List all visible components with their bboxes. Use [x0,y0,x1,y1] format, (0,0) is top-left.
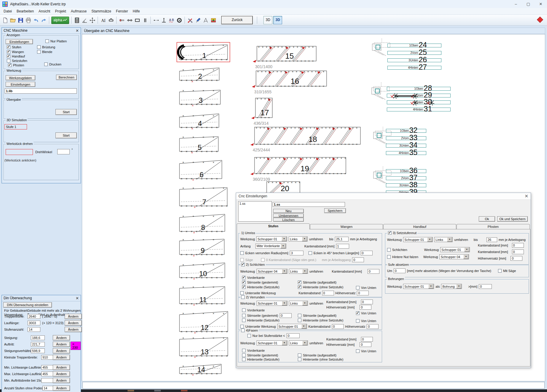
umriss-bis-input[interactable]: 25,1 [335,237,349,241]
schlichten-checkbox[interactable] [241,263,245,266]
din-row-value[interactable]: 910 [41,355,54,360]
uebergabe-start-button[interactable]: Start [55,109,77,115]
aendern-button[interactable]: Ändern [53,385,70,391]
lib-field[interactable]: 1.lib [5,88,77,94]
cnc-bar-34[interactable]: 3Unten34 [386,144,426,148]
clamp-tool-icon[interactable] [107,16,115,24]
ecken-45-input[interactable]: 0 [361,251,373,255]
din-row-value[interactable]: 598,9 [31,348,45,353]
rect-tool-icon[interactable] [133,16,141,24]
cnc-bar-33[interactable]: 2Vorn33 [386,136,426,140]
v-hoehen-input[interactable]: 0 [360,305,371,310]
view-3d-button[interactable]: 3D [263,16,272,24]
simulation-selection-field[interactable]: Stufe 1 [4,124,27,129]
s-hinter-setzstufe-checkbox[interactable]: Hinterseite (Setzstufe) [242,285,279,289]
f-kanten-input[interactable]: 0 [361,337,373,342]
nut-kanten2-input[interactable]: 0 [512,249,524,254]
stair-part-13[interactable]: ××××××××××××××××13 [173,333,235,364]
verrunden-tool-select[interactable]: Schrupper 01▼ [257,301,287,306]
ecken-verrunden-checkbox[interactable] [240,251,244,255]
berechnen-button[interactable]: Berechnen [56,75,77,80]
cnc-panel-close-icon[interactable]: ✕ [76,28,79,33]
ok-und-speichern-button[interactable]: Ok und Speichern [497,216,528,222]
dialog-titlebar[interactable]: Cnc Einstellungen ✕ [236,193,531,200]
ecken-45-checkbox[interactable] [309,251,312,255]
dowel-tool-icon[interactable] [118,16,126,24]
stair-part-16[interactable]: ××××××××××××××××××××××××××××××××××××1631… [248,68,338,99]
s-kanten2-input[interactable]: 0 [322,291,334,295]
din-row-value[interactable]: 455 [41,372,54,376]
new-doc-icon[interactable] [1,16,9,24]
din-row-value[interactable]: 14 [42,386,54,391]
v-stirn-aufgesattelt-checkbox[interactable]: Stirnseite (aufgesattelt) [298,314,336,317]
f-hinter-ohne-checkbox[interactable]: Hinterseite (ohne Setzstufe) [298,358,343,361]
maximize-icon[interactable]: ▢ [522,0,535,8]
v-von-unten2-checkbox[interactable]: Von Unten [356,319,376,323]
menu-hilfe[interactable]: Hilfe [131,9,142,13]
pen-tool-icon[interactable] [194,16,202,24]
s-hoehen-input[interactable]: 0 [357,291,369,295]
cnc-bar-26[interactable]: 3Unten26 [387,58,441,62]
tab-pfosten[interactable]: Pfosten [457,224,530,229]
verrunden-checkbox[interactable] [241,295,245,299]
undo-icon[interactable] [32,16,40,24]
speichern-button[interactable]: Speichern [324,208,346,213]
stair-part-6[interactable]: ×××××××××××××6 [173,156,229,186]
menu-aufmasse[interactable]: Aufmasse [69,9,89,13]
calculator-icon[interactable] [73,16,81,24]
din-panel-header[interactable]: Din Überwachung ✕ [2,295,81,301]
f-nur-bei-checkbox[interactable] [247,334,251,337]
v-vorderkante-checkbox[interactable]: Vorderkante [242,308,265,312]
aendern-button[interactable]: Ändern [65,314,82,319]
s-vorderkante-checkbox[interactable]: Vorderkante [242,276,265,279]
nut-dir-select[interactable]: Links▼ [434,237,453,242]
anfang-select[interactable]: Mitte Vorderkante▼ [255,244,286,249]
compass-tool-icon[interactable] [202,16,209,24]
sufe-um-input[interactable]: 0 [394,268,406,273]
v-hinter-ohne-checkbox[interactable]: Hinterseite (ohne Setzstufe) [298,319,343,322]
bruestung-checkbox[interactable]: Brüstung [37,45,55,49]
aendern-button[interactable]: Ändern [53,378,70,383]
cnc-bar-25[interactable]: 2Vorn25 [387,51,441,55]
saege-mm-input[interactable]: 0 [352,257,364,262]
aendern-button[interactable]: Ändern [53,342,70,347]
cnc-bar-36[interactable]: 1Oben36 [386,169,426,173]
f-nur-bei-input[interactable]: 0 [287,333,300,338]
drehwinkel-input[interactable] [57,149,70,154]
cnc-bar-35[interactable]: 4Hinten35 [386,151,426,155]
zurueck-button[interactable]: Zurück [221,16,253,24]
s-unterseite-checkbox[interactable] [240,291,244,295]
mit-saege-checkbox[interactable] [498,269,502,273]
bohrungen-tool-select[interactable]: Schrupper 01▼ [403,284,434,289]
nut-kanten-input[interactable]: 0 [512,243,524,248]
stair-part-3[interactable]: ×××××××××××××3 [173,86,228,112]
fasen-checkbox[interactable] [241,329,245,332]
close-icon[interactable]: ✕ [535,0,547,8]
tab-handlauf[interactable]: Handlauf [383,224,456,229]
menu-projekt[interactable]: Projekt [53,9,68,13]
dialog-close-icon[interactable]: ✕ [524,193,528,199]
settings-name-input[interactable]: 1.ss [273,202,345,207]
simulation-start-button[interactable]: Start [55,132,77,138]
v-kanten-input[interactable]: 0 [361,300,373,304]
open-folder-icon[interactable] [9,16,17,24]
menu-datei[interactable]: Datei [1,9,14,13]
v-stirn-gestemmt-checkbox[interactable] [242,314,246,317]
red-diamond-icon[interactable] [537,17,543,23]
v-hoehen2-input[interactable]: 0 [367,324,379,329]
dot-line-icon[interactable] [152,16,160,24]
handlauf-checkbox[interactable]: Handlauf [7,55,25,58]
neu-button[interactable]: Neu [273,209,304,213]
v-kanten2-input[interactable]: 0 [332,324,344,329]
s-stirn-aufgesattelt-checkbox[interactable]: Stirnseite (aufgesattelt) [298,281,336,284]
schlichten-dir-select[interactable]: Links▼ [289,269,308,274]
cnc-panel-header[interactable]: CNC Maschine ✕ [2,28,81,34]
stair-part-14[interactable]: ×××××××××××××14 [173,360,228,381]
bohrung-type-select[interactable]: Bohrung▼ [441,284,462,289]
settings-list-item[interactable]: 1.ss [239,202,271,205]
nut-tool-select[interactable]: Schrupper 01▼ [403,237,433,242]
save-icon[interactable] [17,16,24,24]
stufen-checkbox[interactable]: Stufen [7,45,21,49]
layer-colors-icon[interactable] [209,16,217,24]
aendern-button[interactable]: Ändern [53,365,70,370]
